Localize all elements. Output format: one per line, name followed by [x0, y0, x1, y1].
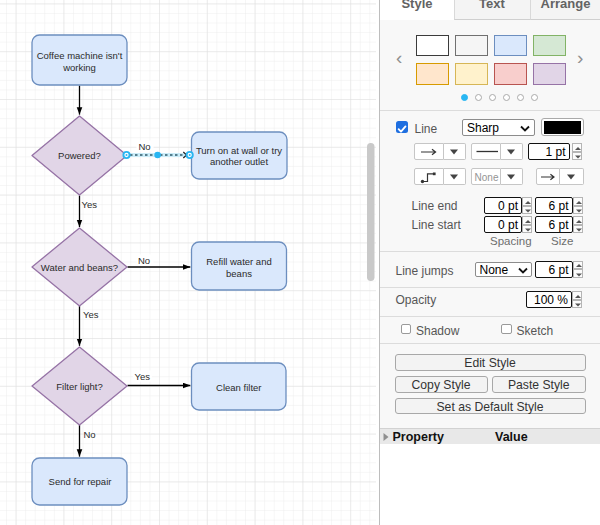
svg-text:No: No: [139, 141, 151, 152]
svg-text:beans: beans: [226, 268, 252, 279]
svg-text:Turn on at wall or try: Turn on at wall or try: [196, 145, 282, 156]
svg-text:another outlet: another outlet: [210, 156, 268, 167]
svg-text:Refill water and: Refill water and: [206, 256, 271, 267]
svg-text:Coffee machine isn't: Coffee machine isn't: [37, 50, 123, 61]
svg-text:Yes: Yes: [135, 371, 151, 382]
svg-text:Powered?: Powered?: [58, 150, 101, 161]
svg-text:No: No: [138, 255, 150, 266]
svg-text:Clean filter: Clean filter: [216, 382, 261, 393]
svg-text:Send for repair: Send for repair: [49, 476, 112, 487]
svg-text:working: working: [62, 62, 96, 73]
svg-text:Filter light?: Filter light?: [56, 381, 102, 392]
svg-text:Yes: Yes: [83, 309, 99, 320]
svg-text:No: No: [84, 429, 96, 440]
svg-text:Water and beans?: Water and beans?: [41, 262, 118, 273]
svg-text:Yes: Yes: [82, 199, 98, 210]
